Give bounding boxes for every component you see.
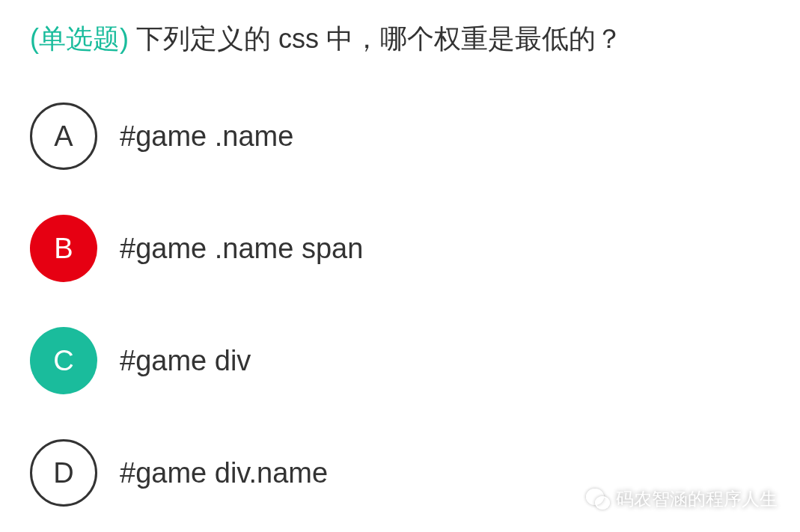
wechat-icon	[586, 489, 610, 510]
options-list: A #game .name B #game .name span C #game…	[30, 103, 770, 507]
watermark: 码农智涵的程序人生	[586, 487, 778, 511]
option-letter-a: A	[30, 103, 97, 170]
option-letter-c: C	[30, 327, 97, 394]
question-text: 下列定义的 css 中，哪个权重是最低的？	[129, 23, 623, 54]
option-text-b: #game .name span	[120, 233, 363, 265]
option-text-a: #game .name	[120, 120, 293, 153]
option-text-c: #game div	[120, 345, 251, 377]
option-text-d: #game div.name	[120, 457, 328, 489]
watermark-text: 码农智涵的程序人生	[616, 487, 778, 511]
question-tag: (单选题)	[30, 23, 129, 54]
option-c[interactable]: C #game div	[30, 327, 770, 394]
option-letter-d: D	[30, 439, 97, 507]
question-header: (单选题) 下列定义的 css 中，哪个权重是最低的？	[30, 21, 770, 58]
option-b[interactable]: B #game .name span	[30, 215, 770, 282]
option-a[interactable]: A #game .name	[30, 103, 770, 170]
option-letter-b: B	[30, 215, 97, 282]
